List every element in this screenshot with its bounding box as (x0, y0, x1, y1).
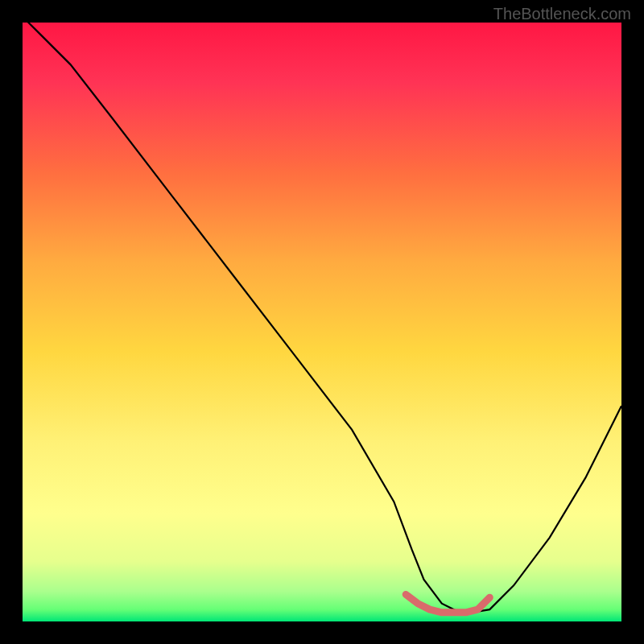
gradient-background (23, 23, 621, 621)
chart-svg (23, 23, 621, 621)
chart-plot-area (23, 23, 621, 621)
watermark-text: TheBottleneck.com (493, 5, 631, 23)
